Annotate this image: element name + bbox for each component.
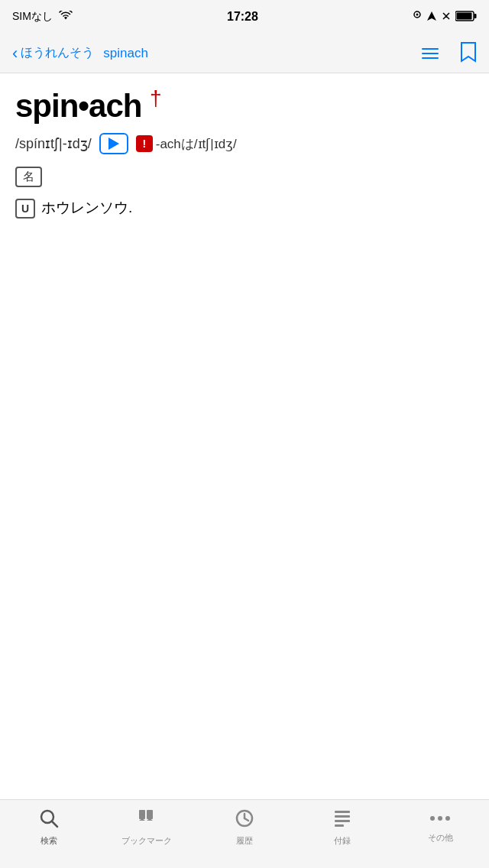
nav-word-label: spinach (103, 46, 148, 61)
nav-bar: ‹ ほうれんそう spinach (0, 34, 489, 73)
appendix-tab-label: 付録 (334, 835, 351, 847)
uncountable-badge: U (15, 199, 35, 219)
status-time: 17:28 (227, 10, 258, 24)
svg-rect-18 (335, 824, 344, 827)
location-icon (413, 11, 422, 24)
back-arrow-icon: ‹ (12, 45, 18, 62)
menu-line-2 (422, 53, 439, 54)
bluetooth-icon (442, 10, 451, 24)
phonetic-main: /spínɪtʃ|-ɪdʒ/ (15, 135, 92, 152)
battery-icon (455, 11, 477, 24)
search-tab-icon (38, 808, 60, 832)
svg-rect-16 (335, 815, 350, 818)
carrier-text: SIMなし (12, 10, 53, 24)
tab-bar: 検索 ブックマーク 履歴 (0, 799, 489, 868)
appendix-tab-icon (332, 808, 353, 832)
menu-line-3 (422, 57, 439, 59)
tab-search[interactable]: 検索 (0, 808, 98, 847)
headword: spin•ach † (15, 86, 474, 125)
back-label: ほうれんそう (21, 45, 94, 61)
svg-line-14 (244, 818, 248, 821)
definition-row: U ホウレンソウ. (15, 198, 474, 219)
svg-point-1 (416, 13, 419, 15)
status-left: SIMなし (12, 10, 73, 24)
wifi-icon (59, 11, 73, 24)
svg-rect-17 (335, 820, 350, 822)
status-right (413, 10, 477, 24)
menu-button[interactable] (422, 48, 439, 59)
phonetic-alt-text: -achは/ɪtʃ|ɪdʒ/ (156, 135, 237, 153)
svg-line-7 (52, 821, 57, 827)
pronunciation-warning-badge: ! (136, 135, 153, 152)
search-tab-label: 検索 (40, 835, 57, 847)
svg-rect-9 (147, 810, 153, 819)
svg-marker-2 (427, 11, 436, 21)
svg-rect-4 (457, 12, 472, 19)
pos-badge: 名 (15, 167, 42, 187)
phonetics-row: /spínɪtʃ|-ɪdʒ/ ! -achは/ɪtʃ|ɪdʒ/ (15, 133, 474, 154)
svg-rect-5 (474, 14, 477, 18)
status-bar: SIMなし 17:28 (0, 0, 489, 34)
tab-history[interactable]: 履歴 (196, 808, 293, 847)
pos-row: 名 (15, 167, 474, 187)
phonetic-alt: ! -achは/ɪtʃ|ɪdʒ/ (136, 135, 237, 153)
tab-bookmark[interactable]: ブックマーク (98, 808, 196, 847)
tab-appendix[interactable]: 付録 (293, 808, 391, 847)
main-content: spin•ach † /spínɪtʃ|-ɪdʒ/ ! -achは/ɪtʃ|ɪd… (0, 73, 489, 231)
headword-part2: ach (89, 88, 141, 124)
bookmark-tab-label: ブックマーク (121, 835, 172, 847)
navigation-icon (426, 11, 437, 24)
svg-rect-8 (139, 810, 145, 819)
back-button[interactable]: ‹ ほうれんそう (12, 45, 94, 62)
play-audio-button[interactable] (99, 133, 128, 154)
bookmark-button[interactable] (460, 41, 477, 66)
history-tab-label: 履歴 (236, 835, 253, 847)
menu-line-1 (422, 48, 439, 50)
headword-dot: • (78, 88, 89, 124)
play-triangle-icon (108, 138, 119, 150)
svg-rect-15 (335, 811, 350, 813)
headword-part1: spin (15, 88, 78, 124)
history-tab-icon (234, 808, 255, 832)
more-tab-icon (430, 808, 450, 829)
tab-more[interactable]: その他 (391, 808, 489, 844)
dagger-symbol: † (150, 86, 161, 110)
more-tab-label: その他 (428, 832, 453, 844)
definition-text: ホウレンソウ. (41, 198, 132, 218)
bookmark-tab-icon (136, 808, 157, 832)
